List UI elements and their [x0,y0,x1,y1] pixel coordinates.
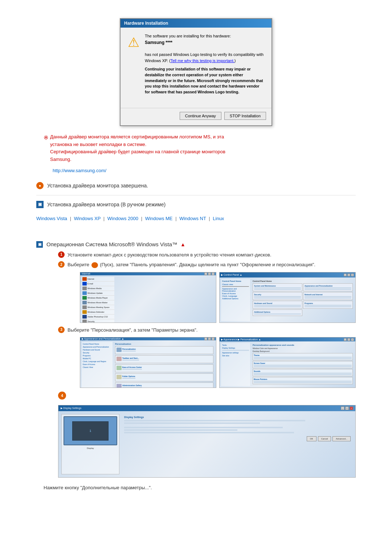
nav-link-linux[interactable]: Linux [213,216,224,221]
screenshot-start-menu: Internet _ □ × Internet E-mail Windows M… [80,272,216,323]
screenshots-row-1: Internet _ □ × Internet E-mail Windows M… [80,272,356,323]
sub-step3-text: Выберите "Персонализация", а затем "Пара… [68,327,197,334]
sub-step-1: 1 Установите компакт-диск с руководством… [58,251,356,259]
screenshot-personalization-left: ▶ Appearance and Personalization ▲ _ □ ×… [80,337,216,388]
screenshot-personalization-right: ▶ Appearance ▶ Personalization ▲ _ □ × T… [219,337,356,388]
stop-installation-button[interactable]: STOP Installation [224,112,266,120]
step4-settings-section: Display Settings OK Cancel Advanced... [122,414,352,474]
step1-section: ● Установка драйвера монитора завершена. [36,182,356,190]
notice-line4: Samsung. [50,157,72,162]
sub-step1-text: Установите компакт-диск с руководством п… [68,251,271,259]
hardware-installation-dialog: Hardware Installation ⚠ The software you… [120,18,272,126]
dialog-line2-end: ) [234,58,236,63]
section2-icon: ▣ [36,201,44,208]
notice-section: ※ Данный драйвер монитора является серти… [44,133,348,175]
notice-line2: установка не вызовет неполадки в системе… [50,142,146,147]
notice-line1: Данный драйвер монитора является сертифи… [50,134,224,139]
nav-link-me[interactable]: Windows ME [145,216,173,221]
sub-step1-icon: 1 [58,251,65,258]
screenshot-control-panel: ▶ Control Panel ▲ _ □ × Control Panel Ho… [219,272,356,323]
screenshot-titlebar-3: ▶ Appearance and Personalization ▲ _ □ × [80,337,216,340]
cp-sidebar: Control Panel Home Classic view Appearan… [221,279,250,321]
os-title: Операционная Система Microsoft® Windows … [46,241,177,247]
os-section: ▣ Операционная Система Microsoft® Window… [36,241,356,400]
nav-sep-1: | [70,216,71,221]
sub-step3-icon: 3 [58,327,65,333]
nav-sep-4: | [175,216,176,221]
nav-link-xp[interactable]: Windows XP [74,216,101,221]
persona-right-sidebar: Tasks Display Settings Appearance settin… [221,343,250,386]
screenshots-row-2: ▶ Appearance and Personalization ▲ _ □ ×… [80,337,356,388]
dialog-content: The software you are installing for this… [145,33,264,95]
sub-step-3: 3 Выберите "Персонализация", а затем "Па… [58,327,356,334]
screenshot-step4: ▶ Display Settings _ □ × 1 Display Displ… [58,405,356,478]
sub-steps-container: 1 Установите компакт-диск с руководством… [58,251,356,400]
section-divider [36,195,356,195]
section2-text: Установка драйвера монитора (В ручном ре… [47,201,166,208]
samsung-link[interactable]: http://www.samsung.com/ [53,168,106,173]
dialog-warning: Continuing your installation of this sof… [145,66,264,95]
nav-link-2000[interactable]: Windows 2000 [107,216,138,221]
xp-link[interactable]: Tell me why this testing is important. [171,58,234,63]
screenshot-titlebar-2: ▶ Control Panel ▲ _ □ × [220,272,355,278]
step1-text: Установка драйвера монитора завершена. [47,182,148,190]
bottom-note-text: Нажмите кнопку "Дополнительные параметры… [44,485,152,490]
os-section-icon: ▣ [36,241,43,248]
sub-step4-icon: 4 [58,392,66,400]
screenshot-sidebar: Internet E-mail Windows Media Windows Up… [82,277,114,323]
continue-anyway-button[interactable]: Continue Anyway [180,112,221,120]
nav-sep-5: | [209,216,210,221]
nav-link-nt[interactable]: Windows NT [179,216,206,221]
persona-main: Personalization Personalization [114,342,215,388]
warning-icon: ⚠ [128,35,139,50]
sub-step2-text: Выберите (Пуск), затем "Панель управлени… [68,261,315,268]
dialog-line1: The software you are installing for this… [145,33,264,39]
dialog-title: Hardware Installation [121,19,271,28]
notice-star-icon: ※ [44,133,48,143]
os-nav-links: Windows Vista | Windows XP | Windows 200… [36,216,356,221]
bottom-note: Нажмите кнопку "Дополнительные параметры… [44,485,348,490]
persona-sidebar: Control Panel Home Appearance and Person… [82,342,113,388]
device-name: Samsung **** [145,39,264,46]
persona-right-main: Personalization appearance and sounds Wi… [252,343,354,386]
nav-sep-3: | [141,216,142,221]
nav-link-vista[interactable]: Windows Vista [36,216,67,221]
sub-step-2: 2 Выберите (Пуск), затем "Панель управле… [58,261,356,268]
nav-sep-2: | [103,216,105,221]
cp-main: Control Panel Home System and Maintenanc… [252,279,354,321]
step4-monitor-section: 1 Display [61,414,119,474]
screenshot-titlebar-1: Internet _ □ × [80,272,216,275]
section2: ▣ Установка драйвера монитора (В ручном … [36,201,356,208]
screenshot-titlebar-4: ▶ Appearance ▶ Personalization ▲ _ □ × [220,337,355,341]
sub-step2-icon: 2 [58,261,65,268]
notice-line3: Сертифицированный драйвер будет размещен… [50,149,225,154]
os-arrow-icon: ▲ [180,242,185,247]
step1-icon: ● [36,182,44,189]
